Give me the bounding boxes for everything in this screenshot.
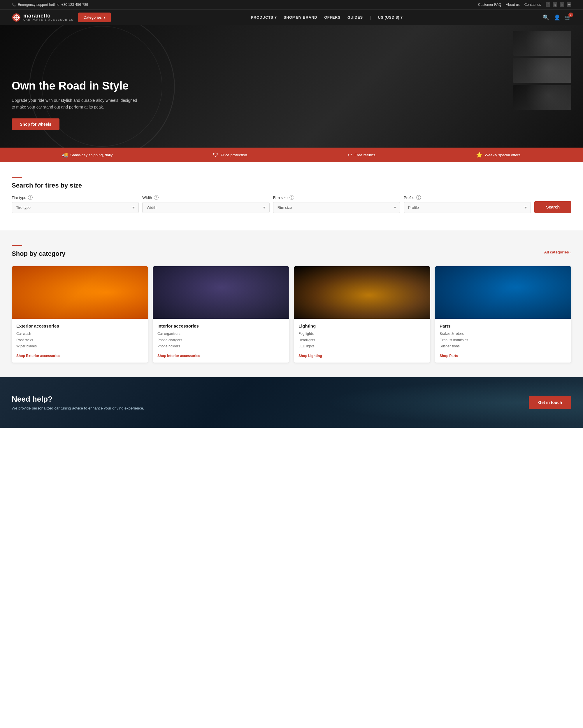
list-item: Brakes & rotors — [440, 331, 567, 337]
exterior-category-name: Exterior accessories — [16, 323, 143, 329]
category-section-title: Shop by category — [12, 250, 65, 258]
rim-size-help-icon[interactable]: ? — [289, 195, 294, 200]
category-card-lighting: Lighting Fog lights Headlights LED light… — [294, 266, 430, 363]
hero-thumbnails — [513, 31, 571, 110]
list-item: Car wash — [16, 331, 143, 337]
category-grid: Exterior accessories Car wash Roof racks… — [12, 266, 571, 363]
about-us-link[interactable]: About us — [506, 3, 520, 7]
categories-label: Categories — [83, 15, 102, 20]
tire-search-section: Search for tires by size Tire type ? Tir… — [0, 162, 583, 230]
promo-price: 🛡 Price protection. — [213, 152, 248, 158]
facebook-icon[interactable]: f — [546, 2, 550, 7]
tire-search-button[interactable]: Search — [534, 201, 571, 213]
interior-category-name: Interior accessories — [158, 323, 284, 329]
promo-shipping-text: Same-day shipping, daily. — [70, 153, 113, 157]
promo-offers-text: Weekly special offers. — [485, 153, 522, 157]
nav-currency[interactable]: US (USD $) ▾ — [378, 15, 402, 20]
returns-icon: ↩ — [348, 152, 352, 158]
logo[interactable]: maranello CAR PARTS & ACCESSORIES — [12, 13, 74, 22]
nav-offers[interactable]: OFFERS — [324, 15, 340, 20]
exterior-category-items: Car wash Roof racks Wiper blades — [16, 331, 143, 350]
nav-shop-by-brand[interactable]: SHOP BY BRAND — [284, 15, 317, 20]
interior-category-image — [153, 266, 289, 319]
parts-category-image — [435, 266, 571, 319]
search-icon: 🔍 — [543, 15, 549, 20]
hero-thumbnail-1[interactable] — [513, 31, 571, 56]
profile-select[interactable]: Profile 35 40 45 50 55 60 — [404, 202, 531, 213]
list-item: Car organizers — [158, 331, 284, 337]
customer-faq-link[interactable]: Customer FAQ — [478, 3, 501, 7]
hero-thumbnail-3[interactable] — [513, 85, 571, 110]
search-button[interactable]: 🔍 — [543, 14, 549, 21]
promo-returns: ↩ Free returns. — [348, 152, 376, 158]
list-item: Phone chargers — [158, 337, 284, 344]
list-item: Fog lights — [299, 331, 425, 337]
list-item: Headlights — [299, 337, 425, 344]
help-title: Need help? — [12, 395, 144, 404]
header: maranello CAR PARTS & ACCESSORIES Catego… — [0, 9, 583, 25]
social-icons: f ig in tw — [546, 2, 571, 7]
user-icon: 👤 — [554, 15, 560, 20]
exterior-shop-link[interactable]: Shop Exterior accessories — [16, 354, 60, 358]
category-section: Shop by category All categories › Exteri… — [0, 230, 583, 377]
category-card-parts: Parts Brakes & rotors Exhaust manifolds … — [435, 266, 571, 363]
shop-wheels-button[interactable]: Shop for wheels — [12, 119, 59, 130]
categories-button[interactable]: Categories ▾ — [78, 12, 111, 22]
parts-category-info: Parts Brakes & rotors Exhaust manifolds … — [435, 319, 571, 363]
tire-search-row: Tire type ? Tire type Summer Winter All-… — [12, 195, 571, 213]
shipping-icon: 🚚 — [61, 152, 68, 158]
exterior-category-info: Exterior accessories Car wash Roof racks… — [12, 319, 148, 363]
contact-us-link[interactable]: Contact us — [524, 3, 541, 7]
header-left: maranello CAR PARTS & ACCESSORIES Catego… — [12, 12, 111, 22]
list-item: Phone holders — [158, 343, 284, 350]
offers-icon: ⭐ — [476, 152, 482, 158]
category-card-interior: Interior accessories Car organizers Phon… — [153, 266, 289, 363]
hero-content: Own the Road in Style Upgrade your ride … — [0, 68, 151, 148]
width-label: Width ? — [142, 195, 269, 200]
promo-shipping: 🚚 Same-day shipping, daily. — [61, 152, 113, 158]
lighting-category-name: Lighting — [299, 323, 425, 329]
top-bar-emergency: 📞 Emergency support hotline: +30 123-456… — [12, 3, 88, 7]
parts-shop-link[interactable]: Shop Parts — [440, 354, 458, 358]
promo-returns-text: Free returns. — [355, 153, 376, 157]
logo-text: maranello CAR PARTS & ACCESSORIES — [23, 13, 74, 22]
nav-products[interactable]: PRODUCTS ▾ — [251, 15, 277, 20]
width-select[interactable]: Width 155 165 175 185 195 205 215 225 23… — [142, 202, 269, 213]
lighting-category-info: Lighting Fog lights Headlights LED light… — [294, 319, 430, 363]
category-header: Shop by category All categories › — [12, 245, 571, 259]
lighting-category-items: Fog lights Headlights LED lights — [299, 331, 425, 350]
phone-icon: 📞 — [12, 3, 16, 7]
rim-size-select[interactable]: Rim size 13" 14" 15" 16" 17" 18" 19" 20" — [273, 202, 400, 213]
list-item: LED lights — [299, 343, 425, 350]
tire-search-title: Search for tires by size — [12, 182, 571, 189]
hero-section: Own the Road in Style Upgrade your ride … — [0, 25, 583, 148]
help-content: Need help? We provide personalized car t… — [12, 395, 144, 410]
tire-type-field: Tire type ? Tire type Summer Winter All-… — [12, 195, 139, 213]
hero-title: Own the Road in Style — [12, 79, 140, 93]
twitter-icon[interactable]: tw — [567, 2, 571, 7]
logo-name: maranello — [23, 13, 74, 19]
help-section: Need help? We provide personalized car t… — [0, 377, 583, 428]
get-in-touch-button[interactable]: Get in touch — [529, 396, 571, 409]
width-help-icon[interactable]: ? — [154, 195, 159, 200]
parts-category-name: Parts — [440, 323, 567, 329]
interior-category-items: Car organizers Phone chargers Phone hold… — [158, 331, 284, 350]
tire-type-select[interactable]: Tire type Summer Winter All-season — [12, 202, 139, 213]
instagram-icon[interactable]: ig — [553, 2, 557, 7]
lighting-shop-link[interactable]: Shop Lighting — [299, 354, 322, 358]
nav-guides[interactable]: GUIDES — [348, 15, 363, 20]
nav-divider: | — [370, 15, 371, 20]
cart-button[interactable]: 🛒 1 — [565, 14, 571, 21]
tire-type-help-icon[interactable]: ? — [28, 195, 33, 200]
profile-help-icon[interactable]: ? — [416, 195, 421, 200]
width-field: Width ? Width 155 165 175 185 195 205 21… — [142, 195, 269, 213]
all-categories-link[interactable]: All categories › — [544, 250, 571, 254]
account-button[interactable]: 👤 — [554, 14, 560, 21]
linkedin-icon[interactable]: in — [560, 2, 564, 7]
rim-size-label: Rim size ? — [273, 195, 400, 200]
hero-thumbnail-2[interactable] — [513, 58, 571, 83]
section-divider-categories — [12, 245, 22, 246]
interior-category-info: Interior accessories Car organizers Phon… — [153, 319, 289, 363]
interior-shop-link[interactable]: Shop Interior accessories — [158, 354, 200, 358]
chevron-right-icon: › — [570, 250, 571, 254]
